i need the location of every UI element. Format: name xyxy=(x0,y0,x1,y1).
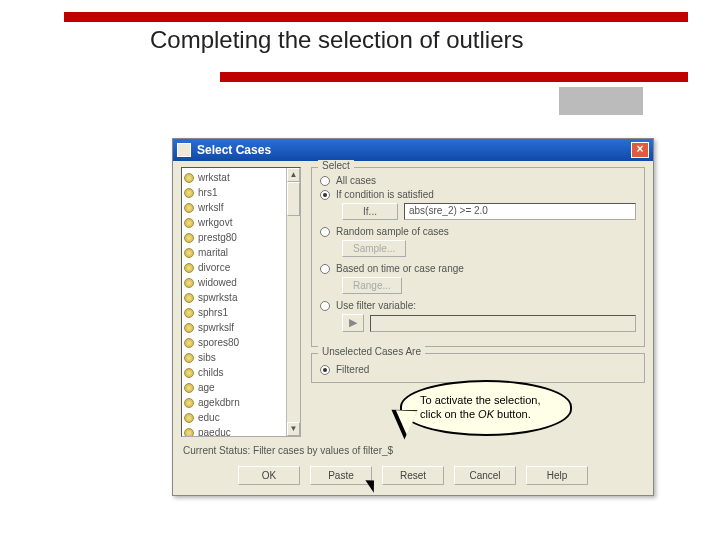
list-item[interactable]: hrs1 xyxy=(182,185,286,200)
current-status-text: Current Status: Filter cases by values o… xyxy=(173,441,653,458)
filter-variable-field[interactable] xyxy=(370,315,636,332)
variable-icon xyxy=(184,188,194,198)
variable-name: spwrksta xyxy=(198,292,237,303)
variable-icon xyxy=(184,398,194,408)
sample-button[interactable]: Sample... xyxy=(342,240,406,257)
window-icon xyxy=(177,143,191,157)
radio-label: If condition is satisfied xyxy=(336,189,434,200)
variable-name: childs xyxy=(198,367,224,378)
variable-icon xyxy=(184,383,194,393)
variable-icon xyxy=(184,263,194,273)
select-group-label: Select xyxy=(318,160,354,171)
dialog-titlebar: Select Cases × xyxy=(173,139,653,161)
variable-name: spwrkslf xyxy=(198,322,234,333)
variable-icon xyxy=(184,173,194,183)
list-item[interactable]: divorce xyxy=(182,260,286,275)
radio-label: Filtered xyxy=(336,364,369,375)
radio-time-range[interactable]: Based on time or case range xyxy=(320,263,636,274)
radio-filter-variable[interactable]: Use filter variable: xyxy=(320,300,636,311)
radio-label: Based on time or case range xyxy=(336,263,464,274)
variable-icon xyxy=(184,278,194,288)
variable-icon xyxy=(184,203,194,213)
dialog-button-row: OK Paste Reset Cancel Help xyxy=(173,458,653,495)
if-button[interactable]: If... xyxy=(342,203,398,220)
variable-name: wrkslf xyxy=(198,202,224,213)
radio-icon xyxy=(320,190,330,200)
list-item[interactable]: wrkstat xyxy=(182,170,286,185)
variable-icon xyxy=(184,233,194,243)
if-expression-display: abs(sre_2) >= 2.0 xyxy=(404,203,636,220)
list-item[interactable]: sibs xyxy=(182,350,286,365)
variable-icon xyxy=(184,413,194,423)
select-groupbox: Select All cases If condition is satisfi… xyxy=(311,167,645,347)
list-item[interactable]: marital xyxy=(182,245,286,260)
decorative-grey-box xyxy=(558,86,644,116)
range-button[interactable]: Range... xyxy=(342,277,402,294)
variable-name: sphrs1 xyxy=(198,307,228,318)
variable-name: wrkstat xyxy=(198,172,230,183)
radio-all-cases[interactable]: All cases xyxy=(320,175,636,186)
mid-accent-bar xyxy=(220,72,688,82)
variable-icon xyxy=(184,248,194,258)
variable-icon xyxy=(184,428,194,438)
list-item[interactable]: spwrkslf xyxy=(182,320,286,335)
scroll-up-button[interactable]: ▲ xyxy=(287,168,300,182)
dialog-title: Select Cases xyxy=(197,143,271,157)
top-accent-bar xyxy=(64,12,688,22)
ok-button[interactable]: OK xyxy=(238,466,300,485)
list-item[interactable]: childs xyxy=(182,365,286,380)
radio-random-sample[interactable]: Random sample of cases xyxy=(320,226,636,237)
list-item[interactable]: educ xyxy=(182,410,286,425)
variable-name: widowed xyxy=(198,277,237,288)
variable-icon xyxy=(184,218,194,228)
list-item[interactable]: paeduc xyxy=(182,425,286,437)
variable-icon xyxy=(184,338,194,348)
close-button[interactable]: × xyxy=(631,142,649,158)
help-button[interactable]: Help xyxy=(526,466,588,485)
scroll-down-button[interactable]: ▼ xyxy=(287,422,300,436)
callout-em: OK xyxy=(478,408,494,420)
variable-name: spores80 xyxy=(198,337,239,348)
unselected-group-label: Unselected Cases Are xyxy=(318,346,425,357)
variable-icon xyxy=(184,293,194,303)
unselected-groupbox: Unselected Cases Are Filtered xyxy=(311,353,645,383)
radio-icon xyxy=(320,264,330,274)
list-item[interactable]: sphrs1 xyxy=(182,305,286,320)
variable-name: age xyxy=(198,382,215,393)
variable-icon xyxy=(184,368,194,378)
instruction-callout: To activate the selection, click on the … xyxy=(400,380,572,436)
scroll-thumb[interactable] xyxy=(287,182,300,216)
list-item[interactable]: wrkslf xyxy=(182,200,286,215)
select-cases-dialog: Select Cases × wrkstathrs1wrkslfwrkgovtp… xyxy=(172,138,654,496)
move-variable-button[interactable]: ▶ xyxy=(342,314,364,332)
slide-title: Completing the selection of outliers xyxy=(150,26,524,54)
list-item[interactable]: spwrksta xyxy=(182,290,286,305)
callout-text-post: button. xyxy=(494,408,531,420)
list-scrollbar[interactable]: ▲ ▼ xyxy=(286,168,300,436)
cancel-button[interactable]: Cancel xyxy=(454,466,516,485)
radio-icon xyxy=(320,365,330,375)
variable-icon xyxy=(184,323,194,333)
variable-name: educ xyxy=(198,412,220,423)
list-item[interactable]: widowed xyxy=(182,275,286,290)
variable-name: agekdbrn xyxy=(198,397,240,408)
radio-icon xyxy=(320,227,330,237)
paste-button[interactable]: Paste xyxy=(310,466,372,485)
variable-name: divorce xyxy=(198,262,230,273)
radio-icon xyxy=(320,301,330,311)
variable-name: hrs1 xyxy=(198,187,217,198)
variable-name: sibs xyxy=(198,352,216,363)
list-item[interactable]: wrkgovt xyxy=(182,215,286,230)
list-item[interactable]: agekdbrn xyxy=(182,395,286,410)
list-item[interactable]: age xyxy=(182,380,286,395)
radio-label: Use filter variable: xyxy=(336,300,416,311)
variable-name: prestg80 xyxy=(198,232,237,243)
list-item[interactable]: prestg80 xyxy=(182,230,286,245)
variable-list[interactable]: wrkstathrs1wrkslfwrkgovtprestg80maritald… xyxy=(181,167,301,437)
list-item[interactable]: spores80 xyxy=(182,335,286,350)
radio-if-condition[interactable]: If condition is satisfied xyxy=(320,189,636,200)
radio-filtered[interactable]: Filtered xyxy=(320,364,636,375)
reset-button[interactable]: Reset xyxy=(382,466,444,485)
radio-icon xyxy=(320,176,330,186)
radio-label: All cases xyxy=(336,175,376,186)
